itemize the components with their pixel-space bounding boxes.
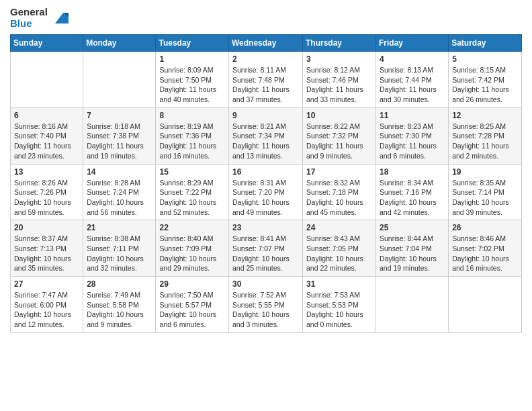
- day-cell: 11Sunrise: 8:23 AMSunset: 7:30 PMDayligh…: [376, 107, 449, 164]
- day-number: 8: [159, 111, 225, 120]
- day-number: 19: [452, 167, 518, 177]
- weekday-header-thursday: Thursday: [303, 35, 376, 52]
- day-detail: Sunrise: 7:47 AMSunset: 6:00 PMDaylight:…: [14, 290, 79, 330]
- week-row-1: 1Sunrise: 8:09 AMSunset: 7:50 PMDaylight…: [11, 52, 522, 108]
- day-cell: 9Sunrise: 8:21 AMSunset: 7:34 PMDaylight…: [229, 107, 303, 164]
- day-cell: 6Sunrise: 8:16 AMSunset: 7:40 PMDaylight…: [11, 107, 83, 164]
- day-cell: 14Sunrise: 8:28 AMSunset: 7:24 PMDayligh…: [83, 164, 156, 220]
- day-cell: 24Sunrise: 8:43 AMSunset: 7:05 PMDayligh…: [303, 220, 376, 277]
- day-cell: 22Sunrise: 8:40 AMSunset: 7:09 PMDayligh…: [156, 220, 229, 277]
- day-cell: 25Sunrise: 8:44 AMSunset: 7:04 PMDayligh…: [376, 220, 449, 277]
- week-row-5: 27Sunrise: 7:47 AMSunset: 6:00 PMDayligh…: [11, 277, 522, 333]
- weekday-header-sunday: Sunday: [11, 35, 83, 52]
- day-detail: Sunrise: 8:46 AMSunset: 7:02 PMDaylight:…: [452, 234, 518, 273]
- calendar-table: SundayMondayTuesdayWednesdayThursdayFrid…: [10, 34, 522, 333]
- day-number: 31: [306, 279, 372, 289]
- day-number: 3: [306, 54, 372, 64]
- day-detail: Sunrise: 8:40 AMSunset: 7:09 PMDaylight:…: [159, 234, 225, 273]
- day-detail: Sunrise: 8:31 AMSunset: 7:20 PMDaylight:…: [232, 178, 299, 218]
- day-detail: Sunrise: 8:21 AMSunset: 7:34 PMDaylight:…: [232, 122, 299, 161]
- day-cell: 27Sunrise: 7:47 AMSunset: 6:00 PMDayligh…: [11, 277, 83, 333]
- day-detail: Sunrise: 8:11 AMSunset: 7:48 PMDaylight:…: [232, 65, 299, 105]
- logo-blue: Blue: [10, 18, 48, 30]
- day-cell: 2Sunrise: 8:11 AMSunset: 7:48 PMDaylight…: [229, 52, 303, 108]
- day-cell: 8Sunrise: 8:19 AMSunset: 7:36 PMDaylight…: [156, 107, 229, 164]
- day-number: 18: [380, 167, 445, 177]
- day-detail: Sunrise: 8:43 AMSunset: 7:05 PMDaylight:…: [306, 234, 372, 273]
- day-number: 2: [232, 54, 299, 64]
- weekday-header-row: SundayMondayTuesdayWednesdayThursdayFrid…: [11, 35, 522, 52]
- day-cell: 1Sunrise: 8:09 AMSunset: 7:50 PMDaylight…: [156, 52, 229, 108]
- header: General Blue: [10, 7, 522, 29]
- day-number: 20: [14, 223, 79, 232]
- day-detail: Sunrise: 8:19 AMSunset: 7:36 PMDaylight:…: [159, 122, 225, 161]
- day-number: 23: [232, 223, 299, 232]
- day-cell: 29Sunrise: 7:50 AMSunset: 5:57 PMDayligh…: [156, 277, 229, 333]
- day-detail: Sunrise: 8:35 AMSunset: 7:14 PMDaylight:…: [452, 178, 518, 218]
- day-detail: Sunrise: 8:13 AMSunset: 7:44 PMDaylight:…: [380, 65, 445, 105]
- day-number: 29: [159, 279, 225, 289]
- day-detail: Sunrise: 8:15 AMSunset: 7:42 PMDaylight:…: [452, 65, 518, 105]
- day-number: 17: [306, 167, 372, 177]
- day-cell: 31Sunrise: 7:53 AMSunset: 5:53 PMDayligh…: [303, 277, 376, 333]
- day-cell: 23Sunrise: 8:41 AMSunset: 7:07 PMDayligh…: [229, 220, 303, 277]
- day-detail: Sunrise: 8:41 AMSunset: 7:07 PMDaylight:…: [232, 234, 299, 273]
- day-cell: 19Sunrise: 8:35 AMSunset: 7:14 PMDayligh…: [449, 164, 522, 220]
- day-detail: Sunrise: 8:28 AMSunset: 7:24 PMDaylight:…: [87, 178, 152, 218]
- day-cell: 7Sunrise: 8:18 AMSunset: 7:38 PMDaylight…: [83, 107, 156, 164]
- day-cell: 17Sunrise: 8:32 AMSunset: 7:18 PMDayligh…: [303, 164, 376, 220]
- day-detail: Sunrise: 8:16 AMSunset: 7:40 PMDaylight:…: [14, 122, 79, 161]
- day-number: 6: [14, 111, 79, 120]
- day-detail: Sunrise: 8:38 AMSunset: 7:11 PMDaylight:…: [87, 234, 152, 273]
- day-detail: Sunrise: 8:37 AMSunset: 7:13 PMDaylight:…: [14, 234, 79, 273]
- day-cell: 5Sunrise: 8:15 AMSunset: 7:42 PMDaylight…: [449, 52, 522, 108]
- day-detail: Sunrise: 8:44 AMSunset: 7:04 PMDaylight:…: [380, 234, 445, 273]
- weekday-header-tuesday: Tuesday: [156, 35, 229, 52]
- day-detail: Sunrise: 7:52 AMSunset: 5:55 PMDaylight:…: [232, 290, 299, 330]
- day-cell: 4Sunrise: 8:13 AMSunset: 7:44 PMDaylight…: [376, 52, 449, 108]
- day-cell: 3Sunrise: 8:12 AMSunset: 7:46 PMDaylight…: [303, 52, 376, 108]
- day-cell: 13Sunrise: 8:26 AMSunset: 7:26 PMDayligh…: [11, 164, 83, 220]
- day-detail: Sunrise: 8:29 AMSunset: 7:22 PMDaylight:…: [159, 178, 225, 218]
- day-number: 12: [452, 111, 518, 120]
- day-number: 4: [380, 54, 445, 64]
- week-row-4: 20Sunrise: 8:37 AMSunset: 7:13 PMDayligh…: [11, 220, 522, 277]
- day-cell: [449, 277, 522, 333]
- day-cell: [11, 52, 83, 108]
- logo: General Blue: [10, 7, 71, 29]
- day-cell: 28Sunrise: 7:49 AMSunset: 5:58 PMDayligh…: [83, 277, 156, 333]
- day-cell: 18Sunrise: 8:34 AMSunset: 7:16 PMDayligh…: [376, 164, 449, 220]
- day-number: 26: [452, 223, 518, 232]
- day-number: 14: [87, 167, 152, 177]
- day-detail: Sunrise: 8:18 AMSunset: 7:38 PMDaylight:…: [87, 122, 152, 161]
- day-detail: Sunrise: 8:25 AMSunset: 7:28 PMDaylight:…: [452, 122, 518, 161]
- day-detail: Sunrise: 7:49 AMSunset: 5:58 PMDaylight:…: [87, 290, 152, 330]
- day-cell: 21Sunrise: 8:38 AMSunset: 7:11 PMDayligh…: [83, 220, 156, 277]
- day-number: 24: [306, 223, 372, 232]
- day-detail: Sunrise: 8:34 AMSunset: 7:16 PMDaylight:…: [380, 178, 445, 218]
- day-cell: [376, 277, 449, 333]
- week-row-2: 6Sunrise: 8:16 AMSunset: 7:40 PMDaylight…: [11, 107, 522, 164]
- day-number: 27: [14, 279, 79, 289]
- day-number: 11: [380, 111, 445, 120]
- day-detail: Sunrise: 8:32 AMSunset: 7:18 PMDaylight:…: [306, 178, 372, 218]
- day-detail: Sunrise: 7:53 AMSunset: 5:53 PMDaylight:…: [306, 290, 372, 330]
- day-number: 10: [306, 111, 372, 120]
- day-cell: 26Sunrise: 8:46 AMSunset: 7:02 PMDayligh…: [449, 220, 522, 277]
- day-number: 21: [87, 223, 152, 232]
- day-number: 15: [159, 167, 225, 177]
- weekday-header-saturday: Saturday: [449, 35, 522, 52]
- weekday-header-monday: Monday: [83, 35, 156, 52]
- day-detail: Sunrise: 8:12 AMSunset: 7:46 PMDaylight:…: [306, 65, 372, 105]
- day-cell: 16Sunrise: 8:31 AMSunset: 7:20 PMDayligh…: [229, 164, 303, 220]
- calendar-page: General Blue SundayMondayTuesdayWednesda…: [0, 0, 532, 411]
- day-number: 30: [232, 279, 299, 289]
- day-cell: 10Sunrise: 8:22 AMSunset: 7:32 PMDayligh…: [303, 107, 376, 164]
- day-cell: 30Sunrise: 7:52 AMSunset: 5:55 PMDayligh…: [229, 277, 303, 333]
- day-detail: Sunrise: 8:23 AMSunset: 7:30 PMDaylight:…: [380, 122, 445, 161]
- day-number: 13: [14, 167, 79, 177]
- day-detail: Sunrise: 7:50 AMSunset: 5:57 PMDaylight:…: [159, 290, 225, 330]
- week-row-3: 13Sunrise: 8:26 AMSunset: 7:26 PMDayligh…: [11, 164, 522, 220]
- day-cell: 20Sunrise: 8:37 AMSunset: 7:13 PMDayligh…: [11, 220, 83, 277]
- day-cell: [83, 52, 156, 108]
